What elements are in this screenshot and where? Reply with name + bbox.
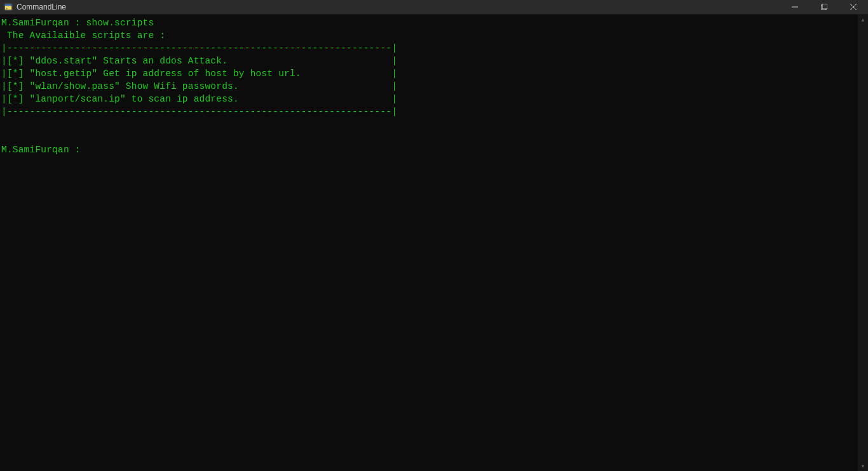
svg-rect-6	[822, 4, 827, 9]
vertical-scrollbar[interactable]: ▲ ▼	[858, 15, 868, 471]
terminal-line: |---------------------------------------…	[1, 107, 397, 117]
app-icon: >_	[4, 3, 13, 11]
scroll-down-icon[interactable]: ▼	[858, 461, 868, 471]
terminal-prompt: M.SamiFurqan :	[1, 145, 86, 155]
terminal-line: |[*] "ddos.start" Starts an ddos Attack.…	[1, 56, 397, 66]
maximize-button[interactable]	[810, 0, 839, 15]
scroll-up-icon[interactable]: ▲	[858, 15, 868, 25]
window-titlebar: >_ CommandLine	[0, 0, 868, 15]
terminal-area: M.SamiFurqan : show.scripts The Availaib…	[0, 15, 868, 471]
close-button[interactable]	[839, 0, 868, 15]
terminal-output[interactable]: M.SamiFurqan : show.scripts The Availaib…	[0, 15, 858, 471]
terminal-line: The Availaible scripts are :	[1, 30, 165, 41]
window-title: CommandLine	[17, 3, 66, 11]
titlebar-left: >_ CommandLine	[0, 3, 66, 11]
terminal-line: M.SamiFurqan : show.scripts	[1, 18, 154, 28]
svg-text:>_: >_	[6, 6, 10, 11]
titlebar-controls	[780, 0, 868, 14]
terminal-line: |[*] "host.getip" Get ip address of host…	[1, 69, 397, 79]
minimize-button[interactable]	[780, 0, 810, 15]
terminal-line: |[*] "wlan/show.pass" Show Wifi password…	[1, 81, 397, 91]
terminal-line: |---------------------------------------…	[1, 43, 397, 53]
terminal-line: |[*] "lanport/scan.ip" to scan ip addres…	[1, 94, 397, 104]
